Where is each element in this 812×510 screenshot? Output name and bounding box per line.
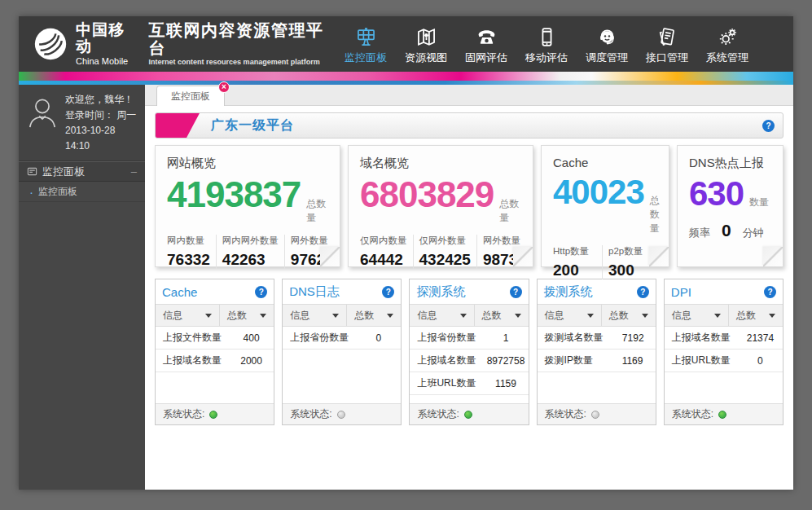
status-dot: [591, 411, 599, 419]
stat-label: 仅网外数量: [419, 235, 471, 247]
sidebar: 欢迎您，魏华！ 登录时间： 周一 2013-10-28 14:10 监控面板 –…: [19, 85, 145, 490]
nav-item-label: 系统管理: [697, 51, 757, 65]
status-dot: [464, 411, 472, 419]
card-domain-overview: 域名概览 6803829 总数量 仅网内数量 64442 仅网外数量 43242…: [348, 145, 533, 267]
stat-label: 网外数量: [291, 235, 334, 247]
info-column-dropdown[interactable]: 信息: [665, 305, 729, 326]
card-stat: 网外数量 98739: [476, 235, 532, 269]
table-row: 上报文件数量 400: [156, 327, 274, 350]
nav-item-label: 固网评估: [456, 51, 516, 65]
panel-title: DNS日志: [289, 284, 340, 300]
freq-value: 0: [722, 221, 731, 240]
app-title-cn: 互联网内容资源管理平台: [149, 21, 336, 57]
info-column-dropdown[interactable]: 信息: [283, 305, 347, 326]
help-icon[interactable]: ?: [764, 286, 776, 298]
stat-label: p2p数量: [608, 245, 652, 257]
tab-close-icon[interactable]: ×: [218, 81, 230, 93]
row-label: 上报省份数量: [283, 331, 356, 345]
nav-item-resource-view[interactable]: 资源视图: [396, 23, 456, 65]
row-value: 0: [738, 355, 783, 367]
row-value: 1: [483, 332, 528, 344]
info-column-dropdown[interactable]: 信息: [538, 305, 602, 326]
frequency-row: 频率 0 分钟: [689, 221, 771, 240]
phone-icon: [476, 26, 498, 48]
card-dns-hotspot: DNS热点上报 630 数量 频率 0 分钟: [677, 145, 783, 267]
total-column-dropdown[interactable]: 总数: [475, 305, 529, 326]
table-row: 上报域名数量 2000: [156, 350, 274, 372]
collapse-icon[interactable]: –: [131, 165, 137, 178]
nav-item-interface-mgmt[interactable]: 接口管理: [637, 23, 697, 65]
card-stat: 网内网外数量 42263: [216, 235, 284, 269]
help-icon[interactable]: ?: [637, 286, 649, 298]
table-row: 拨测IP数量 1169: [538, 350, 656, 372]
stat-value: 300: [608, 262, 652, 279]
row-value: 21374: [738, 332, 783, 344]
stat-value: 432425: [419, 251, 471, 269]
card-title: 网站概览: [167, 156, 328, 171]
login-datetime-text: 2013-10-28 14:10: [65, 123, 138, 154]
total-column-dropdown[interactable]: 总数: [729, 305, 783, 326]
help-icon[interactable]: ?: [255, 286, 267, 298]
brand-name-en: China Mobile: [76, 56, 139, 66]
column-label: 总数: [354, 309, 374, 323]
brand-block: 中国移动 China Mobile: [76, 22, 139, 67]
row-label: 上报域名数量: [665, 331, 738, 345]
column-label: 信息: [545, 309, 564, 323]
stat-value: 98739: [483, 251, 526, 269]
dropdown-arrow-icon: [387, 314, 393, 318]
sidebar-menu-header-dashboard[interactable]: 监控面板 –: [19, 161, 145, 182]
info-column-dropdown[interactable]: 信息: [156, 305, 220, 326]
app-window: 中国移动 China Mobile 互联网内容资源管理平台 Internet c…: [19, 16, 793, 490]
table-row: 上报域名数量 8972758: [410, 350, 528, 372]
decorative-ribbon: [19, 72, 793, 85]
card-stat: 网外数量 97620: [284, 235, 340, 269]
row-value: 400: [229, 332, 274, 344]
nav-item-mobile-eval[interactable]: 移动评估: [516, 23, 577, 65]
column-label: 信息: [290, 309, 309, 323]
row-label: 上班URL数量: [410, 376, 483, 390]
total-column-dropdown[interactable]: 总数: [220, 305, 274, 326]
nav-item-dispatch-mgmt[interactable]: 调度管理: [577, 23, 637, 65]
tab-dashboard[interactable]: 监控面板 ×: [156, 86, 225, 106]
total-column-dropdown[interactable]: 总数: [347, 305, 401, 326]
help-icon[interactable]: ?: [510, 286, 522, 298]
platform-title: 广东一级平台: [211, 117, 294, 134]
row-value: 1169: [609, 355, 656, 367]
nav-item-dashboard[interactable]: 监控面板: [336, 23, 396, 65]
nav-item-fixed-net-eval[interactable]: 固网评估: [456, 23, 516, 65]
card-title: DNS热点上报: [689, 156, 771, 171]
panel-title: Cache: [162, 285, 197, 299]
column-label: 总数: [482, 309, 502, 323]
table-row: 上报域名数量 21374: [665, 327, 783, 350]
column-label: 信息: [417, 309, 437, 323]
system-status-label: 系统状态:: [417, 407, 459, 421]
welcome-text: 欢迎您，魏华！: [65, 92, 138, 108]
card-total-value: 6803829: [360, 177, 494, 213]
user-info-box: 欢迎您，魏华！ 登录时间： 周一 2013-10-28 14:10: [19, 85, 145, 161]
sidebar-item-dashboard[interactable]: · 监控面板: [19, 182, 145, 202]
card-total-label: 总数量: [650, 194, 660, 235]
china-mobile-logo-icon: [32, 25, 69, 63]
card-total-label: 总数量: [499, 197, 521, 225]
nav-item-system-mgmt[interactable]: 系统管理: [697, 23, 757, 65]
card-stat: 仅网外数量 432425: [413, 235, 476, 269]
panel-dns-log: DNS日志 ? 信息 总数: [282, 279, 402, 425]
panel-list-icon: [27, 166, 37, 177]
system-status-label: 系统状态:: [672, 407, 713, 421]
pink-flag-decoration: [155, 112, 202, 138]
info-column-dropdown[interactable]: 信息: [410, 305, 474, 326]
panel-dpi: DPI ? 信息 总数: [664, 279, 783, 425]
stat-value: 200: [553, 262, 596, 279]
total-column-dropdown[interactable]: 总数: [602, 305, 656, 326]
card-title: Cache: [553, 156, 657, 169]
app-title-block: 互联网内容资源管理平台 Internet content resources m…: [149, 21, 336, 67]
dropdown-arrow-icon: [460, 314, 467, 318]
help-icon[interactable]: ?: [762, 120, 775, 132]
help-icon[interactable]: ?: [382, 286, 394, 298]
stat-value: 97620: [291, 251, 334, 269]
freq-label: 频率: [689, 226, 710, 240]
sidebar-item-label: 监控面板: [38, 185, 77, 199]
gears-icon: [717, 26, 739, 48]
nav-item-label: 移动评估: [516, 51, 577, 65]
row-label: 上报域名数量: [156, 354, 229, 367]
